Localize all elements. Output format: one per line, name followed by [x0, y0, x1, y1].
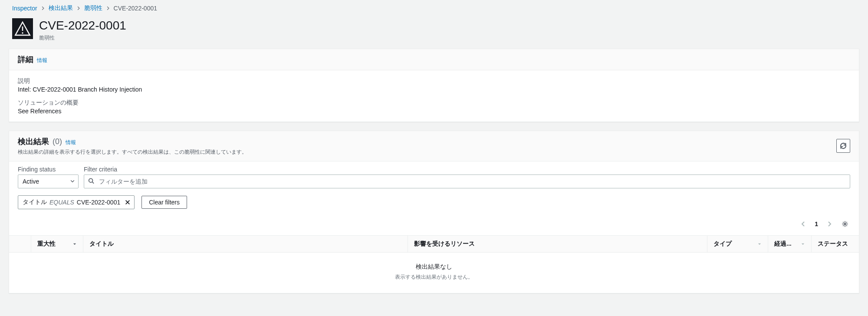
empty-state: 検出結果なし 表示する検出結果がありません。 [9, 253, 859, 293]
svg-line-3 [92, 182, 94, 184]
chevron-right-icon [826, 221, 833, 227]
refresh-icon [840, 142, 847, 149]
sort-desc-icon [801, 242, 805, 246]
chip-remove-button[interactable] [123, 199, 131, 205]
chevron-right-icon [41, 5, 45, 12]
findings-panel-desc: 検出結果の詳細を表示する行を選択します。すべての検出結果は、この脆弱性に関連して… [18, 148, 247, 156]
detail-info-link[interactable]: 情報 [37, 57, 47, 64]
filter-chip[interactable]: タイトル EQUALS CVE-2022-0001 [18, 195, 135, 209]
table-settings-button[interactable] [840, 219, 850, 229]
findings-panel-title: 検出結果 [18, 136, 49, 147]
solution-value: See References [18, 108, 850, 115]
empty-desc: 表示する検出結果がありません。 [9, 273, 859, 281]
chevron-right-icon [76, 5, 81, 12]
prev-page-button[interactable] [798, 219, 809, 229]
column-title[interactable]: タイトル [83, 236, 408, 252]
svg-point-4 [844, 223, 846, 225]
breadcrumb-link-vulnerability[interactable]: 脆弱性 [84, 4, 102, 12]
caret-down-icon [70, 178, 75, 185]
close-icon [125, 199, 131, 205]
column-type-label: タイプ [713, 240, 732, 248]
finding-status-select[interactable]: Active [18, 174, 79, 188]
findings-table: 重大性 タイトル 影響を受けるリソース タイプ [9, 235, 859, 293]
breadcrumb: Inspector 検出結果 脆弱性 CVE-2022-0001 [9, 0, 859, 16]
column-resource-label: 影響を受けるリソース [414, 240, 475, 248]
solution-label: ソリューションの概要 [18, 99, 850, 107]
vulnerability-icon [12, 18, 33, 39]
description-value: Intel: CVE-2022-0001 Branch History Inje… [18, 86, 850, 93]
svg-point-1 [22, 32, 23, 33]
findings-count: (0) [53, 137, 62, 146]
findings-panel: 検出結果 (0) 情報 検出結果の詳細を表示する行を選択します。すべての検出結果… [9, 131, 859, 293]
column-severity-label: 重大性 [37, 240, 56, 248]
column-resource[interactable]: 影響を受けるリソース [408, 236, 707, 252]
column-checkbox [9, 236, 31, 252]
filter-criteria-input[interactable] [84, 174, 850, 188]
svg-point-2 [89, 178, 93, 182]
finding-status-value: Active [23, 178, 39, 185]
breadcrumb-current: CVE-2022-0001 [114, 5, 157, 12]
breadcrumb-link-findings[interactable]: 検出結果 [49, 4, 73, 12]
column-age-label: 経過... [774, 240, 792, 248]
clear-filters-button[interactable]: Clear filters [141, 196, 187, 209]
column-title-label: タイトル [89, 240, 114, 248]
sort-desc-icon [757, 242, 762, 246]
column-type[interactable]: タイプ [707, 236, 768, 252]
page-number: 1 [811, 221, 822, 227]
chevron-right-icon [106, 5, 110, 12]
findings-info-link[interactable]: 情報 [66, 139, 76, 146]
column-age[interactable]: 経過... [768, 236, 811, 252]
chip-key: タイトル [23, 198, 47, 206]
search-icon [88, 178, 94, 185]
finding-status-label: Finding status [18, 166, 79, 173]
gear-icon [842, 221, 848, 227]
breadcrumb-link-inspector[interactable]: Inspector [12, 5, 37, 12]
chip-value: CVE-2022-0001 [77, 199, 120, 206]
filter-criteria-label: Filter criteria [84, 166, 850, 173]
empty-title: 検出結果なし [9, 263, 859, 271]
description-label: 説明 [18, 77, 850, 85]
page-title: CVE-2022-0001 [39, 18, 126, 33]
column-severity[interactable]: 重大性 [31, 236, 83, 252]
refresh-button[interactable] [836, 139, 850, 153]
detail-panel: 詳細 情報 説明 Intel: CVE-2022-0001 Branch His… [9, 49, 859, 122]
sort-desc-icon [72, 242, 77, 246]
next-page-button[interactable] [824, 219, 835, 229]
page-header: CVE-2022-0001 脆弱性 [9, 16, 859, 49]
page-subtitle: 脆弱性 [39, 34, 126, 42]
column-status-label: ステータス [818, 240, 848, 248]
table-header: 重大性 タイトル 影響を受けるリソース タイプ [9, 236, 859, 253]
detail-panel-title: 詳細 [18, 54, 33, 65]
chevron-left-icon [800, 221, 807, 227]
chip-op: EQUALS [49, 199, 74, 206]
column-status[interactable]: ステータス [811, 236, 859, 252]
